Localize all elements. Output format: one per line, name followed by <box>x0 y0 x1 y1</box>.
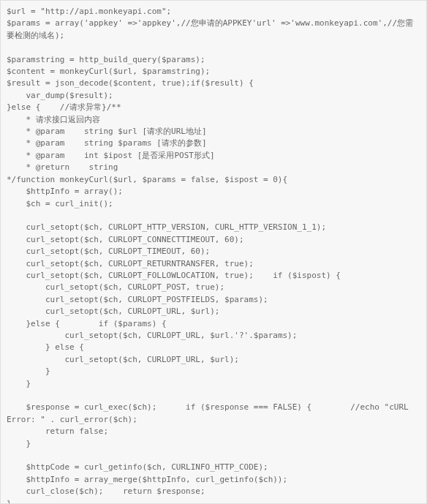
code-content: $url = "http://api.monkeyapi.com"; $para… <box>7 7 413 504</box>
code-block: $url = "http://api.monkeyapi.com"; $para… <box>0 0 427 504</box>
